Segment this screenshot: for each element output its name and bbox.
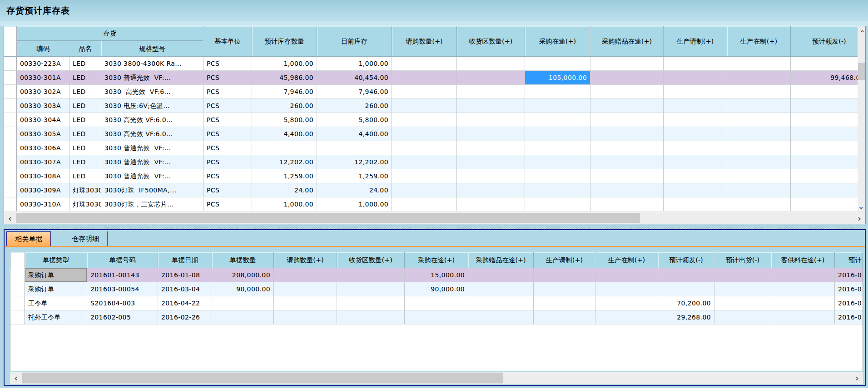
cell[interactable]	[791, 169, 858, 183]
cell[interactable]	[714, 310, 771, 324]
row-indicator[interactable]	[10, 310, 25, 324]
table-row[interactable]: 托外工令单201602-0052016-02-2629,268.002016-0	[10, 310, 863, 324]
cell[interactable]: PCS	[203, 57, 252, 71]
cell[interactable]: 201603-00054	[87, 282, 158, 296]
cell[interactable]	[664, 155, 727, 169]
row-indicator[interactable]	[4, 183, 17, 197]
cell[interactable]: 2016-04-22	[158, 296, 212, 310]
cell[interactable]	[252, 141, 317, 155]
cell[interactable]	[392, 141, 457, 155]
cell[interactable]	[274, 268, 337, 282]
cell[interactable]	[727, 183, 791, 197]
column-header[interactable]: 预计出货(-)	[714, 252, 771, 268]
cell[interactable]: PCS	[203, 183, 252, 197]
table-row[interactable]: 采购订单201601-001432016-01-08208,000.0015,0…	[10, 268, 863, 282]
table-row[interactable]: 00330-308ALED3030 普通光效 VF:...PCS1,259.00…	[4, 169, 858, 183]
scroll-left-icon[interactable]: ‹	[10, 372, 22, 384]
cell[interactable]: 1,259.00	[252, 169, 317, 183]
cell[interactable]	[457, 127, 525, 141]
table-row[interactable]: 00330-306ALED3030 普通光效 VF:...PCS	[4, 141, 858, 155]
row-indicator[interactable]	[10, 282, 25, 296]
cell[interactable]	[457, 99, 525, 113]
cell[interactable]	[525, 99, 590, 113]
cell[interactable]: 3030 电压:6V;色温...	[101, 99, 203, 113]
documents-scrollbar-thumb[interactable]	[22, 373, 503, 383]
cell[interactable]: 1,000.00	[317, 57, 392, 71]
column-header[interactable]: 预计库存数量	[252, 26, 317, 57]
cell[interactable]	[664, 183, 727, 197]
cell[interactable]	[468, 282, 534, 296]
cell[interactable]	[392, 71, 457, 85]
row-indicator[interactable]	[4, 169, 17, 183]
scroll-up-icon[interactable]: ›	[858, 26, 865, 36]
cell[interactable]: LED	[69, 99, 101, 113]
cell[interactable]: 201601-00143	[87, 268, 158, 282]
horizontal-scrollbar-thumb[interactable]	[16, 213, 640, 223]
cell[interactable]: 00330-305A	[17, 127, 69, 141]
cell[interactable]	[468, 310, 534, 324]
table-row[interactable]: 00330-310A灯珠30303030灯珠，三安芯片...PCS1,000.0…	[4, 197, 858, 211]
cell[interactable]	[791, 127, 858, 141]
cell[interactable]	[791, 85, 858, 99]
cell[interactable]	[590, 127, 664, 141]
cell[interactable]	[317, 141, 392, 155]
cell[interactable]	[771, 268, 835, 282]
column-header[interactable]: 生产请制(+)	[664, 26, 727, 57]
documents-horizontal-scrollbar[interactable]: ‹ ›	[10, 372, 863, 384]
cell[interactable]: 45,986.00	[252, 71, 317, 85]
cell[interactable]: 采购订单	[25, 268, 87, 282]
column-header[interactable]: 预计	[835, 252, 863, 268]
cell[interactable]: 260.00	[252, 99, 317, 113]
cell[interactable]	[457, 57, 525, 71]
row-indicator[interactable]	[4, 113, 17, 127]
cell[interactable]: PCS	[203, 169, 252, 183]
cell[interactable]	[392, 57, 457, 71]
cell[interactable]: 4,400.00	[252, 127, 317, 141]
cell[interactable]: 15,000.00	[405, 268, 468, 282]
column-header[interactable]: 请购数量(+)	[274, 252, 337, 268]
cell[interactable]: PCS	[203, 113, 252, 127]
cell[interactable]	[212, 296, 274, 310]
cell[interactable]: 260.00	[317, 99, 392, 113]
cell[interactable]: 24.00	[252, 183, 317, 197]
scroll-left-icon[interactable]: ‹	[4, 212, 16, 224]
cell[interactable]: 2016-01-08	[158, 268, 212, 282]
cell[interactable]: 29,268.00	[658, 310, 714, 324]
cell[interactable]	[405, 296, 468, 310]
cell[interactable]: 2016-0	[835, 296, 863, 310]
cell[interactable]	[595, 268, 658, 282]
cell[interactable]	[771, 282, 835, 296]
cell[interactable]	[658, 268, 714, 282]
cell[interactable]: 70,200.00	[658, 296, 714, 310]
cell[interactable]	[534, 310, 595, 324]
cell[interactable]: PCS	[203, 141, 252, 155]
cell[interactable]: S201604-003	[87, 296, 158, 310]
cell[interactable]	[727, 99, 791, 113]
cell[interactable]: LED	[69, 57, 101, 71]
cell[interactable]	[590, 85, 664, 99]
cell[interactable]	[525, 85, 590, 99]
tab-related-documents[interactable]: 相关单据	[6, 231, 51, 246]
cell[interactable]: PCS	[203, 197, 252, 211]
cell[interactable]	[274, 296, 337, 310]
cell[interactable]: LED	[69, 85, 101, 99]
horizontal-scrollbar[interactable]: ‹ ›	[4, 212, 865, 224]
cell[interactable]: 7,946.00	[317, 85, 392, 99]
column-header[interactable]: 预计领发(-)	[658, 252, 714, 268]
column-header[interactable]: 采购在途(+)	[405, 252, 468, 268]
cell[interactable]	[727, 57, 791, 71]
cell[interactable]	[727, 169, 791, 183]
cell[interactable]	[468, 296, 534, 310]
vertical-scrollbar[interactable]: › ›	[858, 26, 865, 213]
cell[interactable]: 3030 普通光效 VF:...	[101, 169, 203, 183]
cell[interactable]: PCS	[203, 127, 252, 141]
column-header[interactable]: 目前库存	[317, 26, 392, 57]
cell[interactable]	[727, 113, 791, 127]
cell[interactable]	[392, 169, 457, 183]
column-header[interactable]: 单据日期	[158, 252, 212, 268]
column-header[interactable]: 采购赠品在途(+)	[590, 26, 664, 57]
cell[interactable]	[212, 310, 274, 324]
cell[interactable]: 3030 普通光效 VF:...	[101, 71, 203, 85]
column-header[interactable]: 客供料在途(+)	[771, 252, 835, 268]
cell[interactable]: 99,468.00	[791, 71, 858, 85]
